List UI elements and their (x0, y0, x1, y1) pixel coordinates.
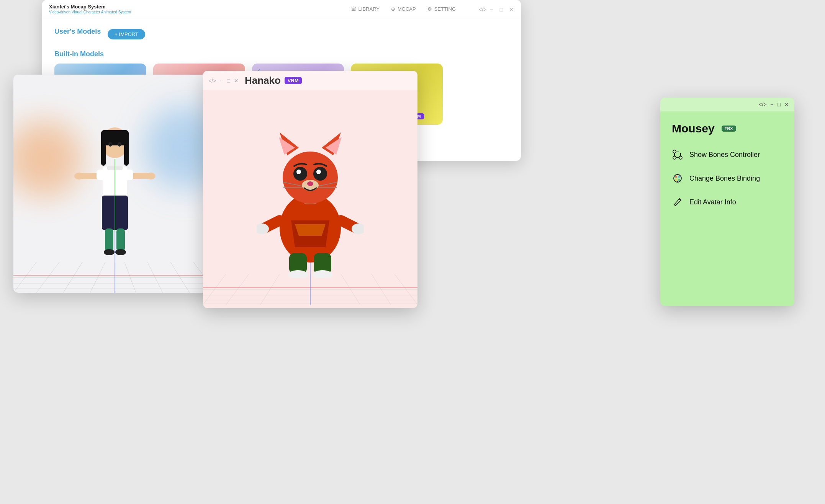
nav-setting[interactable]: ⚙ SETTING (427, 6, 456, 12)
svg-point-71 (307, 181, 313, 186)
edit-avatar-info-item[interactable]: Edit Avatar Info (672, 196, 783, 208)
user-models-title: User's Models (54, 28, 101, 36)
minimize-button[interactable]: − (489, 7, 494, 12)
nav-setting-label: SETTING (434, 6, 456, 12)
app-subtitle: Video-driven Virtual Character Animated … (49, 10, 131, 14)
hanako-win-controls: </> − □ ✕ (208, 78, 239, 84)
hanako-close-btn[interactable]: ✕ (234, 78, 239, 84)
nav-library-label: LIBRARY (358, 6, 380, 12)
svg-point-76 (673, 150, 676, 153)
girl-character-svg (65, 109, 165, 262)
code-button[interactable]: </> (479, 7, 484, 12)
mousey-badge: FBX (722, 126, 736, 132)
show-bones-label: Show Bones Controller (689, 151, 760, 159)
hanako-viewport (203, 90, 417, 305)
svg-point-86 (675, 179, 677, 181)
girl-character-window (13, 75, 216, 293)
mousey-panel: </> − □ ✕ Mousey FBX Sh (660, 98, 794, 306)
edit-avatar-label: Edit Avatar Info (689, 198, 736, 206)
setting-icon: ⚙ (427, 6, 432, 12)
svg-point-17 (74, 173, 83, 179)
mousey-win-controls: </> − □ ✕ (759, 101, 789, 108)
library-icon: 🏛 (351, 6, 356, 12)
hanako-titlebar: </> − □ ✕ Hanako VRM (203, 71, 417, 90)
svg-point-85 (678, 176, 680, 178)
svg-point-87 (678, 179, 680, 181)
close-button[interactable]: ✕ (509, 7, 514, 12)
main-nav: 🏛 LIBRARY ⊕ MOCAP ⚙ SETTING (351, 6, 456, 12)
hanako-title: Hanako (245, 75, 281, 86)
svg-rect-28 (101, 130, 129, 145)
mousey-content: Mousey FBX Show Bones Controller (660, 111, 794, 231)
nav-library[interactable]: 🏛 LIBRARY (351, 6, 380, 12)
svg-point-77 (679, 156, 682, 159)
mousey-max-btn[interactable]: □ (778, 101, 781, 108)
mousey-in-hanako-svg (257, 117, 364, 278)
mousey-titlebar: </> − □ ✕ (660, 98, 794, 111)
svg-point-29 (108, 142, 112, 147)
mousey-title: Mousey (672, 122, 715, 135)
mousey-code-btn[interactable]: </> (759, 101, 766, 108)
svg-point-33 (104, 249, 115, 255)
svg-rect-21 (97, 170, 108, 180)
svg-point-84 (675, 176, 677, 178)
hanako-max-btn[interactable]: □ (227, 78, 230, 84)
svg-point-78 (673, 156, 676, 159)
mousey-title-row: Mousey FBX (672, 122, 783, 135)
main-titlebar: Xianfei's Mocap System Video-driven Virt… (42, 0, 521, 18)
nav-mocap[interactable]: ⊕ MOCAP (391, 6, 416, 12)
svg-point-88 (677, 181, 678, 182)
svg-point-18 (146, 173, 156, 179)
builtin-models-title: Built-in Models (54, 50, 509, 58)
mousey-min-btn[interactable]: − (770, 101, 773, 108)
svg-line-90 (674, 205, 676, 206)
main-win-controls: </> − □ ✕ (479, 7, 514, 12)
svg-marker-51 (295, 224, 326, 236)
svg-point-69 (316, 170, 321, 174)
pencil-icon (672, 196, 683, 208)
import-button[interactable]: + IMPORT (108, 29, 145, 39)
mousey-close-btn[interactable]: ✕ (784, 101, 789, 108)
svg-point-34 (115, 249, 126, 255)
change-bones-label: Change Bones Binding (689, 175, 760, 183)
mocap-icon: ⊕ (391, 6, 395, 12)
svg-point-68 (296, 170, 301, 174)
hanako-code-btn[interactable]: </> (208, 78, 216, 84)
svg-point-66 (293, 167, 307, 181)
app-title-group: Xianfei's Mocap System Video-driven Virt… (49, 4, 131, 14)
hanako-character-window: </> − □ ✕ Hanako VRM (203, 71, 417, 308)
show-bones-controller-item[interactable]: Show Bones Controller (672, 149, 783, 160)
change-bones-binding-item[interactable]: Change Bones Binding (672, 173, 783, 184)
svg-rect-32 (116, 228, 125, 251)
svg-rect-22 (122, 170, 133, 180)
bones-icon (672, 149, 683, 160)
svg-rect-31 (105, 228, 113, 251)
hanako-window-badge: VRM (285, 77, 302, 84)
hanako-min-btn[interactable]: − (220, 78, 223, 84)
app-title: Xianfei's Mocap System (49, 4, 131, 10)
user-models-row: User's Models + IMPORT (54, 28, 509, 41)
palette-icon (672, 173, 683, 184)
maximize-button[interactable]: □ (499, 7, 504, 12)
svg-point-61 (283, 152, 338, 204)
svg-point-67 (313, 167, 327, 181)
nav-mocap-label: MOCAP (398, 6, 416, 12)
svg-point-30 (118, 142, 121, 147)
